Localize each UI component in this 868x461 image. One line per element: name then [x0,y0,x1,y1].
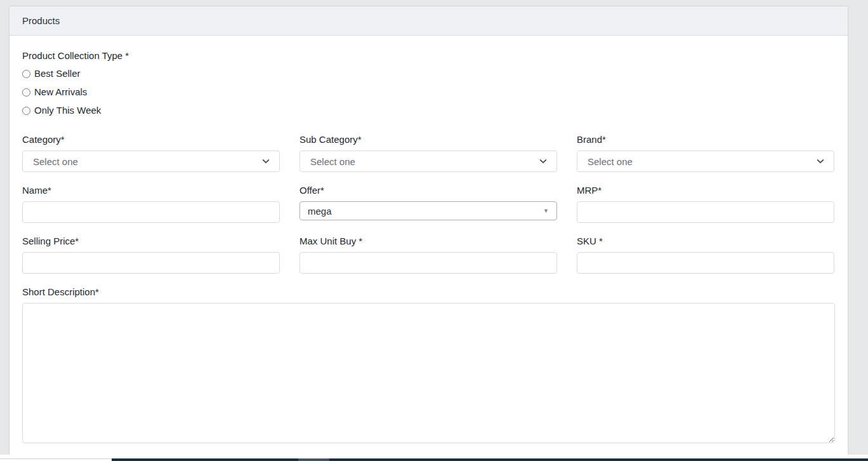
max-unit-buy-label: Max Unit Buy * [299,236,557,246]
sub-category-select-value: Select one [310,156,355,167]
field-name: Name* [22,185,280,223]
selling-price-input[interactable] [22,252,280,274]
name-input[interactable] [22,201,280,223]
brand-label: Brand* [577,135,834,144]
field-sub-category: Sub Category* Select one [299,135,557,172]
brand-select-value: Select one [588,156,633,167]
offer-select-value: mega [308,206,332,217]
dropdown-arrow-icon: ▼ [543,208,549,214]
category-select-value: Select one [33,156,78,167]
category-label: Category* [22,135,280,144]
sub-category-select[interactable]: Select one [299,150,557,172]
brand-select[interactable]: Select one [577,150,834,172]
short-description-textarea[interactable] [22,303,835,443]
max-unit-buy-input[interactable] [299,252,557,274]
mrp-label: MRP* [577,185,834,195]
radio-option-new-arrivals[interactable]: New Arrivals [22,88,835,97]
card-title: Products [22,15,60,26]
category-select[interactable]: Select one [22,150,280,172]
short-description-label: Short Description* [22,287,835,297]
field-sku: SKU * [577,236,834,274]
radio-button-icon[interactable] [22,107,30,115]
offer-select[interactable]: mega ▼ [299,201,557,220]
collection-type-label: Product Collection Type * [22,51,835,60]
field-max-unit-buy: Max Unit Buy * [299,236,557,274]
radio-button-icon[interactable] [22,70,30,78]
offer-label: Offer* [299,185,557,195]
name-label: Name* [22,185,280,195]
field-selling-price: Selling Price* [22,236,280,274]
chevron-down-icon [539,157,548,166]
bottom-peek-bar [0,458,868,461]
radio-button-icon[interactable] [22,88,30,97]
bottom-bar-dark-segment [112,458,868,461]
field-grid: Category* Select one Sub Category* Selec… [22,135,835,274]
field-category: Category* Select one [22,135,280,172]
card-header: Products [10,6,848,36]
sku-input[interactable] [577,252,834,274]
radio-option-best-seller[interactable]: Best Seller [22,69,835,78]
field-offer: Offer* mega ▼ [299,185,557,223]
products-card: Products Product Collection Type * Best … [9,6,848,455]
radio-option-only-this-week[interactable]: Only This Week [22,106,835,115]
card-body: Product Collection Type * Best Seller Ne… [10,36,848,443]
selling-price-label: Selling Price* [22,236,280,246]
chevron-down-icon [816,157,825,166]
chevron-down-icon [261,157,270,166]
bottom-bar-left-segment [0,458,112,461]
mrp-input[interactable] [577,201,834,223]
radio-option-label: Best Seller [34,69,81,78]
sub-category-label: Sub Category* [299,135,557,144]
radio-option-label: Only This Week [34,106,101,115]
field-short-description: Short Description* [22,287,835,443]
collection-type-radio-group: Best Seller New Arrivals Only This Week [22,69,835,115]
radio-option-label: New Arrivals [34,88,87,97]
field-brand: Brand* Select one [577,135,834,172]
scrollbar-thumb[interactable] [298,458,329,461]
field-mrp: MRP* [577,185,834,223]
sku-label: SKU * [577,236,834,246]
